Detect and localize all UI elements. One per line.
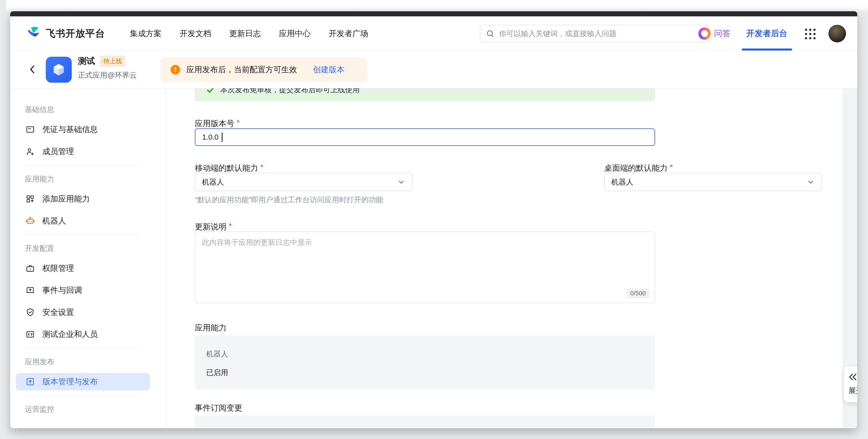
sidebar-section-dev-config: 开发配置 [25, 243, 166, 254]
review-free-banner: 本次发布免审核，提交发布后即可上线使用 [195, 88, 655, 101]
version-input[interactable] [195, 128, 655, 146]
nav-menu: 集成方案 开发文档 更新日志 应用中心 开发者广场 [130, 28, 368, 39]
char-counter: 0/500 [627, 289, 649, 298]
event-subscription-card [195, 415, 655, 428]
chevron-down-icon [397, 178, 405, 186]
expand-label: 展开 [848, 386, 857, 396]
app-header: 测试 待上线 正式应用@环界云 ! 应用发布后，当前配置方可生效 创建版本 [10, 51, 857, 88]
capability-name: 机器人 [206, 349, 228, 359]
event-section-title: 事件订阅变更 [195, 403, 242, 413]
app-name: 测试 [78, 55, 95, 67]
permission-icon [25, 264, 35, 273]
text-cursor [222, 133, 222, 142]
chevron-down-icon [807, 178, 815, 186]
member-add-icon [25, 147, 35, 156]
shield-check-icon [25, 307, 35, 317]
sidebar-section-basic-info: 基础信息 [25, 105, 166, 114]
capability-section-title: 应用能力 [195, 323, 226, 333]
sidebar-item-bot[interactable]: 机器人 [16, 212, 150, 230]
warning-icon: ! [170, 65, 180, 74]
add-capability-icon [25, 194, 35, 204]
sidebar-item-members[interactable]: 成员管理 [16, 143, 150, 160]
global-search[interactable] [480, 25, 709, 42]
back-button[interactable] [27, 63, 39, 76]
chevron-left-icon [28, 65, 37, 74]
version-label: 应用版本号* [195, 118, 240, 129]
warning-text: 应用发布后，当前配置方可生效 [186, 64, 297, 75]
sidebar-divider [25, 348, 141, 348]
nav-item-changelog[interactable]: 更新日志 [229, 28, 261, 39]
top-navigation: 飞书开放平台 集成方案 开发文档 更新日志 应用中心 开发者广场 问答 开发者后… [10, 16, 857, 51]
version-input-field[interactable] [195, 129, 654, 145]
update-notes-label: 更新说明* [195, 222, 232, 232]
status-badge: 待上线 [100, 56, 125, 67]
nav-item-marketplace[interactable]: 开发者广场 [329, 28, 368, 39]
sidebar-section-release: 应用发布 [25, 357, 166, 367]
robot-icon [25, 216, 35, 226]
app-meta: 测试 待上线 正式应用@环界云 [78, 55, 137, 80]
capability-card: 机器人 已启用 [195, 335, 655, 390]
feishu-logo[interactable]: 飞书开放平台 [25, 26, 105, 41]
search-input[interactable] [499, 29, 703, 38]
code-brackets-icon [25, 330, 35, 339]
qa-label: 问答 [714, 28, 731, 39]
sidebar: 基础信息 凭证与基础信息 成员管理 应用能力 [10, 88, 166, 428]
qa-link[interactable]: 问答 [698, 27, 731, 40]
sidebar-item-security[interactable]: 安全设置 [16, 304, 150, 321]
logo-text: 飞书开放平台 [46, 27, 105, 40]
publish-warning-banner: ! 应用发布后，当前配置方可生效 创建版本 [161, 58, 367, 82]
required-marker: * [237, 118, 240, 129]
sidebar-item-events[interactable]: 事件与回调 [16, 281, 150, 299]
feishu-logo-icon [25, 26, 41, 41]
update-notes-area: 0/500 [195, 232, 655, 303]
check-icon [206, 88, 215, 94]
search-icon [486, 29, 494, 38]
developer-console-tab[interactable]: 开发者后台 [746, 16, 787, 50]
create-version-link[interactable]: 创建版本 [313, 64, 344, 75]
update-notes-textarea[interactable] [195, 232, 655, 303]
expand-panel-button[interactable]: 展开 [844, 366, 857, 402]
active-tab-underline [742, 48, 792, 50]
sidebar-divider [25, 165, 141, 166]
capability-hint: “默认的应用功能”即用户通过工作台访问应用时打开的功能 [195, 195, 383, 205]
window-top-bar [10, 11, 857, 16]
cube-icon [51, 62, 67, 78]
credential-card-icon [25, 125, 35, 134]
sidebar-section-capabilities: 应用能力 [25, 174, 166, 184]
sidebar-item-test-org[interactable]: 测试企业和人员 [16, 326, 150, 343]
page-body: 基础信息 凭证与基础信息 成员管理 应用能力 [10, 88, 857, 428]
nav-item-app-center[interactable]: 应用中心 [279, 28, 311, 39]
browser-window: 飞书开放平台 集成方案 开发文档 更新日志 应用中心 开发者广场 问答 开发者后… [10, 11, 857, 428]
desktop-capability-select[interactable]: 机器人 [604, 173, 822, 191]
nav-right-group: 问答 开发者后台 [698, 16, 846, 50]
sidebar-item-permissions[interactable]: 权限管理 [16, 260, 150, 277]
mobile-capability-label: 移动端的默认能力* [195, 163, 264, 173]
mobile-capability-select[interactable]: 机器人 [195, 173, 412, 191]
upload-square-icon [25, 377, 35, 386]
app-icon [46, 57, 72, 83]
background-window-strip [6, 0, 868, 12]
success-banner-text: 本次发布免审核，提交发布后即可上线使用 [220, 88, 360, 95]
desktop-capability-label: 桌面端的默认能力* [604, 163, 673, 173]
sidebar-item-version-release[interactable]: 版本管理与发布 [16, 373, 150, 391]
nav-item-integrations[interactable]: 集成方案 [130, 28, 161, 39]
sidebar-section-monitoring: 运营监控 [25, 404, 166, 414]
event-callback-icon [25, 285, 35, 295]
user-avatar[interactable] [829, 25, 846, 42]
sidebar-item-add-capability[interactable]: 添加应用能力 [16, 190, 150, 208]
double-chevron-left-icon [848, 372, 857, 382]
nav-item-docs[interactable]: 开发文档 [180, 28, 211, 39]
sidebar-divider [25, 235, 141, 235]
app-subtitle: 正式应用@环界云 [78, 70, 137, 80]
qa-gradient-icon [698, 27, 711, 40]
apps-grid-icon[interactable] [804, 27, 816, 40]
capability-status: 已启用 [206, 368, 228, 377]
sidebar-divider [25, 396, 141, 396]
main-content: 本次发布免审核，提交发布后即可上线使用 应用版本号* 移动端的默认能力* 桌面端… [166, 88, 843, 428]
sidebar-item-credentials[interactable]: 凭证与基础信息 [16, 121, 150, 138]
